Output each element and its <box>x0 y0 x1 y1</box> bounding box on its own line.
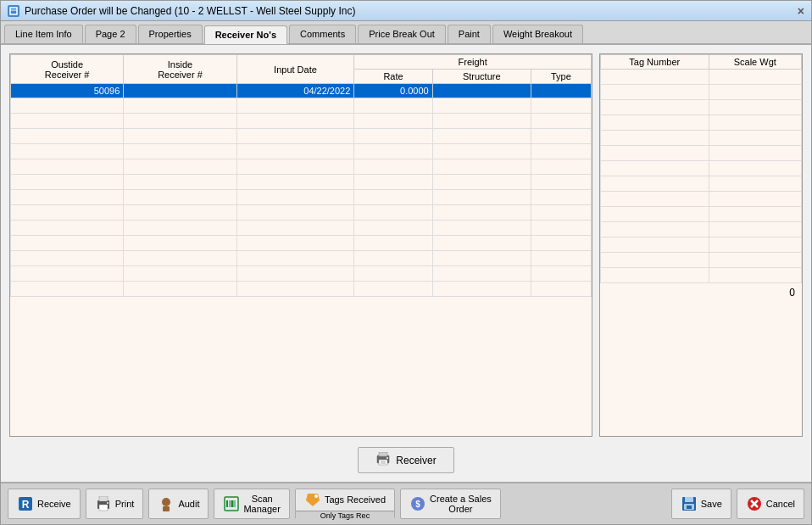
table-row <box>11 282 592 297</box>
outside-receiver-header: OustideReceiver # <box>11 55 124 84</box>
scan-icon <box>223 495 240 512</box>
close-button[interactable]: × <box>798 4 804 18</box>
table-row <box>11 190 592 205</box>
svg-point-7 <box>387 457 388 459</box>
audit-button-label: Audit <box>178 499 199 509</box>
print-button-label: Print <box>115 499 135 509</box>
svg-rect-12 <box>99 505 108 511</box>
inside-receiver-header: InsideReceiver # <box>124 55 236 84</box>
table-row[interactable]: 50096 04/22/2022 0.0000 <box>11 84 592 98</box>
table-row <box>601 100 802 115</box>
table-row <box>601 207 802 222</box>
tab-price-break-out[interactable]: Price Break Out <box>358 25 446 43</box>
table-row <box>11 159 592 175</box>
receive-icon: R <box>17 495 34 512</box>
rate-header: Rate <box>354 70 432 84</box>
table-row <box>11 175 592 190</box>
tabs-bar: Line Item Info Page 2 Properties Receive… <box>1 21 811 45</box>
structure-cell <box>432 84 531 98</box>
tab-properties[interactable]: Properties <box>138 25 203 43</box>
table-row <box>11 221 592 236</box>
receiver-table-container: OustideReceiver # InsideReceiver # Input… <box>9 53 592 437</box>
type-header: Type <box>531 70 591 84</box>
tags-received-button[interactable]: Tags Received Only Tags Rec <box>295 489 395 519</box>
tags-received-button-label: Tags Received <box>325 494 386 505</box>
inside-receiver-cell <box>124 84 236 98</box>
window-icon <box>8 5 19 17</box>
tag-table: Tag Number Scale Wgt <box>600 54 802 283</box>
svg-rect-4 <box>379 460 387 465</box>
audit-button[interactable]: Audit <box>148 489 209 519</box>
printer-icon <box>375 452 391 468</box>
svg-rect-15 <box>163 506 170 511</box>
table-row <box>11 114 592 129</box>
table-row <box>601 131 802 146</box>
svg-rect-0 <box>10 8 17 14</box>
table-row <box>11 236 592 251</box>
receive-button-label: Receive <box>37 499 71 509</box>
tab-paint[interactable]: Paint <box>448 25 491 43</box>
table-row <box>11 98 592 114</box>
only-tags-rec-label: Only Tags Rec <box>296 511 394 520</box>
tab-weight-breakout[interactable]: Weight Breakout <box>492 25 583 43</box>
table-row <box>11 144 592 159</box>
svg-rect-11 <box>99 496 108 501</box>
table-row <box>11 251 592 266</box>
cancel-icon <box>746 495 763 512</box>
svg-rect-3 <box>379 452 387 456</box>
input-date-cell: 04/22/2022 <box>236 84 354 98</box>
title-bar-left: Purchase Order will be Changed (10 - 2 W… <box>8 5 355 17</box>
create-sales-order-button[interactable]: $ Create a SalesOrder <box>400 489 501 519</box>
svg-point-13 <box>107 502 108 504</box>
table-row <box>601 237 802 253</box>
bottom-bar: R Receive Print <box>1 482 811 524</box>
tag-table-container: Tag Number Scale Wgt <box>599 53 803 437</box>
table-row <box>11 205 592 221</box>
receiver-button-area: Receiver <box>9 447 803 473</box>
table-row <box>601 70 802 85</box>
svg-text:R: R <box>22 499 30 511</box>
tab-line-item-info[interactable]: Line Item Info <box>4 25 83 43</box>
print-button[interactable]: Print <box>86 489 144 519</box>
sales-order-icon: $ <box>409 495 426 512</box>
scan-manager-button-label: ScanManager <box>243 494 280 514</box>
svg-text:$: $ <box>415 500 420 509</box>
audit-icon <box>158 495 175 512</box>
save-button[interactable]: Save <box>671 489 731 519</box>
table-row <box>601 253 802 268</box>
save-icon <box>681 495 698 512</box>
table-row <box>11 129 592 144</box>
scale-wgt-total: 0 <box>600 283 802 302</box>
print-icon <box>95 495 112 512</box>
receiver-table: OustideReceiver # InsideReceiver # Input… <box>10 54 592 297</box>
svg-point-22 <box>314 494 318 498</box>
table-header-row: OustideReceiver # InsideReceiver # Input… <box>11 55 592 70</box>
tab-receiver-nos[interactable]: Receiver No's <box>204 25 287 44</box>
table-row <box>601 161 802 176</box>
structure-header: Structure <box>432 70 531 84</box>
title-bar: Purchase Order will be Changed (10 - 2 W… <box>1 1 811 21</box>
table-row <box>601 268 802 283</box>
cancel-button-label: Cancel <box>766 499 795 509</box>
table-row <box>601 192 802 207</box>
scan-manager-button[interactable]: ScanManager <box>214 489 289 519</box>
content-area: OustideReceiver # InsideReceiver # Input… <box>1 45 811 482</box>
table-row <box>601 222 802 237</box>
cancel-button[interactable]: Cancel <box>737 489 804 519</box>
table-row <box>601 146 802 161</box>
outside-receiver-cell: 50096 <box>11 84 124 98</box>
table-row <box>11 266 592 282</box>
scale-wgt-header: Scale Wgt <box>709 55 801 70</box>
table-row <box>601 115 802 131</box>
create-sales-order-label: Create a SalesOrder <box>430 494 492 514</box>
save-button-label: Save <box>701 499 722 509</box>
tag-number-header: Tag Number <box>601 55 709 70</box>
svg-rect-26 <box>685 497 693 502</box>
receiver-button[interactable]: Receiver <box>358 447 453 473</box>
table-row <box>601 176 802 192</box>
svg-rect-28 <box>687 505 692 509</box>
tab-page-2[interactable]: Page 2 <box>85 25 136 43</box>
tab-comments[interactable]: Comments <box>289 25 356 43</box>
main-window: Purchase Order will be Changed (10 - 2 W… <box>0 0 812 525</box>
receive-button[interactable]: R Receive <box>8 489 81 519</box>
